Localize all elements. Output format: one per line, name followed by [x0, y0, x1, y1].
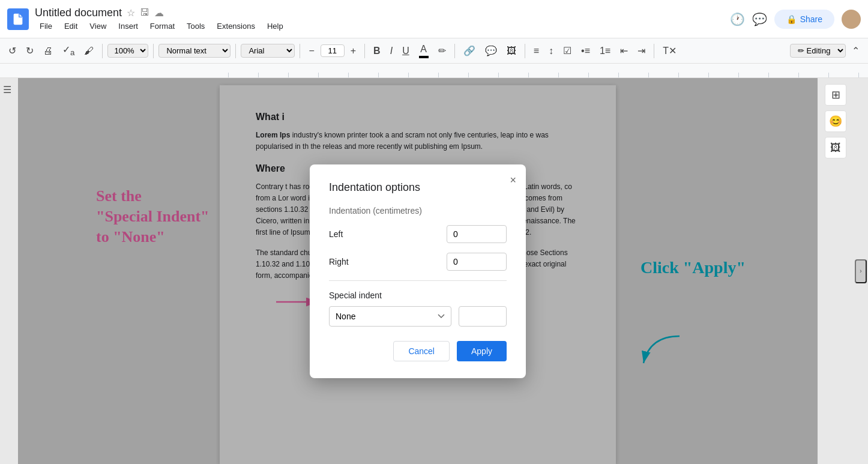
align-button[interactable]: ≡: [530, 43, 543, 59]
checklist-button[interactable]: ☑: [559, 43, 575, 59]
apply-button[interactable]: Apply: [457, 341, 507, 361]
right-edge-button[interactable]: ›: [855, 259, 867, 283]
special-indent-row: None First line Hanging: [329, 306, 507, 327]
ruler: [0, 64, 868, 78]
font-size-decrease[interactable]: −: [305, 43, 318, 59]
history-icon[interactable]: 🕐: [730, 12, 745, 26]
line-spacing-button[interactable]: ↕: [545, 43, 557, 59]
numbered-list-button[interactable]: 1≡: [596, 43, 614, 59]
modal-overlay: Indentation options × Indentation (centi…: [18, 78, 818, 464]
indent-more-button[interactable]: ⇥: [634, 43, 649, 59]
page-outline-icon[interactable]: ☰: [3, 84, 11, 95]
image-sidebar-button[interactable]: 🖼: [825, 137, 846, 158]
editing-mode-select[interactable]: ✏ Editing: [790, 44, 846, 58]
undo-button[interactable]: ↺: [5, 43, 20, 59]
clear-format-button[interactable]: T✕: [659, 43, 680, 59]
font-color-button[interactable]: A: [415, 41, 432, 61]
menu-insert[interactable]: Insert: [113, 20, 143, 32]
modal-divider: [329, 280, 507, 281]
indentation-modal: Indentation options × Indentation (centi…: [310, 164, 526, 378]
font-size-input[interactable]: [321, 44, 345, 57]
doc-icon: [7, 8, 29, 30]
spellcheck-button[interactable]: ✓a: [59, 41, 78, 59]
menu-bar: File Edit View Insert Format Tools Exten…: [35, 20, 730, 32]
share-button[interactable]: 🔒 Share: [774, 10, 834, 29]
sep7: [525, 44, 525, 58]
drive-icon: 🖫: [140, 7, 149, 18]
ruler-content: [228, 64, 868, 77]
left-margin: ☰: [0, 78, 18, 464]
cancel-button[interactable]: Cancel: [393, 341, 450, 361]
link-button[interactable]: 🔗: [460, 43, 479, 59]
indent-less-button[interactable]: ⇤: [616, 43, 631, 59]
right-indent-input[interactable]: [447, 253, 507, 271]
styles-select[interactable]: Normal text: [158, 44, 231, 58]
comment-button[interactable]: 💬: [481, 43, 501, 59]
left-indent-label: Left: [329, 229, 343, 239]
menu-edit[interactable]: Edit: [59, 20, 82, 32]
right-indent-row: Right: [329, 253, 507, 271]
font-select[interactable]: Arial: [241, 44, 295, 58]
font-size-increase[interactable]: +: [347, 43, 360, 59]
star-icon[interactable]: ☆: [127, 7, 135, 19]
menu-format[interactable]: Format: [145, 20, 179, 32]
left-indent-input[interactable]: [447, 225, 507, 243]
expand-button[interactable]: ⌃: [848, 43, 863, 59]
sep1: [102, 44, 103, 58]
top-right: 🕐 💬 🔒 Share: [730, 10, 861, 29]
sep2: [153, 44, 154, 58]
special-indent-select[interactable]: None First line Hanging: [329, 306, 451, 327]
cloud-icon: ☁: [154, 7, 164, 19]
right-edge: ›: [854, 78, 868, 464]
menu-tools[interactable]: Tools: [182, 20, 209, 32]
doc-title[interactable]: Untitled document: [35, 7, 122, 19]
toolbar: ↺ ↻ 🖨 ✓a 🖌 100% Normal text Arial − + B …: [0, 38, 868, 64]
add-sidebar-button[interactable]: ⊞: [825, 84, 846, 106]
main-content: ☰ What i Lorem Ips industry's known prin…: [0, 78, 868, 464]
image-button[interactable]: 🖼: [503, 43, 520, 59]
redo-button[interactable]: ↻: [22, 43, 37, 59]
menu-view[interactable]: View: [85, 20, 111, 32]
sep6: [454, 44, 455, 58]
doc-area: What i Lorem Ips industry's known printe…: [18, 78, 818, 464]
zoom-select[interactable]: 100%: [107, 44, 148, 58]
modal-close-button[interactable]: ×: [510, 174, 516, 187]
top-bar: Untitled document ☆ 🖫 ☁ File Edit View I…: [0, 0, 868, 38]
bold-button[interactable]: B: [370, 43, 384, 59]
doc-title-area: Untitled document ☆ 🖫 ☁ File Edit View I…: [35, 7, 730, 32]
right-sidebar: ⊞ 😊 🖼: [818, 78, 854, 464]
italic-button[interactable]: I: [387, 43, 396, 59]
menu-extensions[interactable]: Extensions: [212, 20, 260, 32]
chat-icon[interactable]: 💬: [752, 12, 767, 26]
print-button[interactable]: 🖨: [40, 43, 56, 59]
special-indent-label: Special indent: [329, 291, 507, 300]
avatar[interactable]: [842, 10, 861, 29]
left-indent-row: Left: [329, 225, 507, 243]
paint-format-button[interactable]: 🖌: [80, 43, 97, 59]
emoji-sidebar-button[interactable]: 😊: [825, 110, 846, 132]
menu-help[interactable]: Help: [262, 20, 288, 32]
share-lock-icon: 🔒: [786, 14, 797, 24]
modal-section-label: Indentation (centimetres): [329, 206, 507, 215]
share-label: Share: [800, 14, 822, 24]
modal-buttons: Cancel Apply: [329, 341, 507, 361]
bullet-list-button[interactable]: •≡: [577, 43, 594, 59]
special-indent-value-input[interactable]: [459, 306, 507, 327]
underline-button[interactable]: U: [399, 43, 413, 59]
sep8: [654, 44, 654, 58]
modal-title: Indentation options: [329, 181, 507, 194]
menu-file[interactable]: File: [35, 20, 57, 32]
highlight-button[interactable]: ✏: [435, 43, 450, 59]
sep3: [235, 44, 236, 58]
sep4: [300, 44, 300, 58]
right-indent-label: Right: [329, 257, 349, 267]
sep5: [364, 44, 365, 58]
